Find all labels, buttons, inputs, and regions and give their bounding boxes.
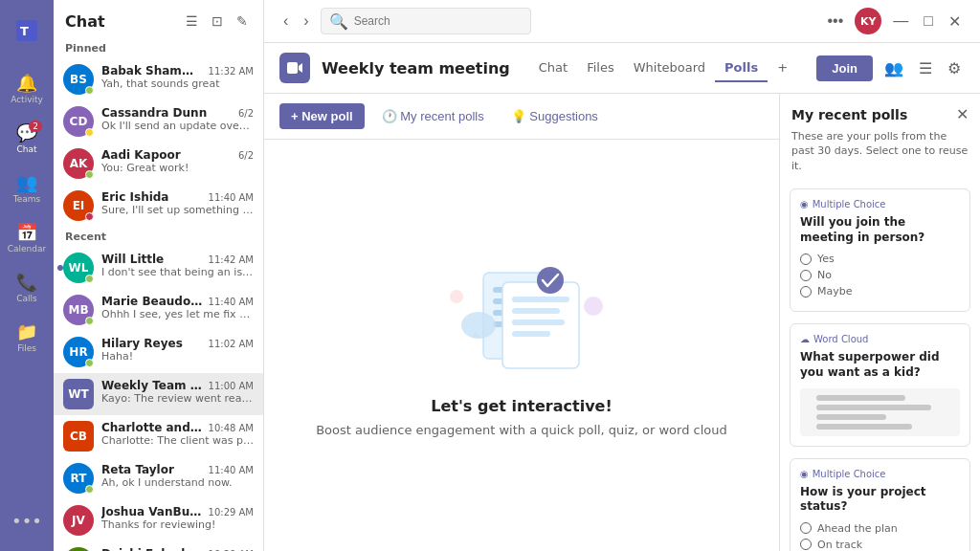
svg-rect-11 — [512, 320, 565, 325]
contact-name: Eric Ishida — [101, 190, 168, 204]
poll-card[interactable]: ◉ Multiple Choice How is your project st… — [790, 458, 970, 551]
chat-preview: Sure, I'll set up something for next wee… — [101, 204, 254, 216]
avatar: RT — [63, 463, 94, 494]
radio-icon: ◉ — [800, 469, 809, 479]
chat-time: 6/2 — [238, 150, 254, 161]
teams-icon: 👥 — [16, 172, 37, 192]
list-item[interactable]: EI Eric Ishida 11:40 AM Sure, I'll set u… — [54, 185, 263, 227]
poll-option: Ahead the plan — [800, 522, 960, 535]
list-item[interactable]: HR Hilary Reyes 11:02 AM Haha! — [54, 331, 263, 373]
minimize-button[interactable]: — — [889, 9, 912, 33]
nav-files[interactable]: 📁 Files — [8, 314, 46, 360]
chat-info: Reta Taylor 11:40 AM Ah, ok I understand… — [101, 463, 254, 489]
polls-empty-subtitle: Boost audience engagement with a quick p… — [316, 423, 727, 437]
restore-button[interactable]: □ — [920, 9, 937, 33]
contact-name: Will Little — [101, 253, 164, 266]
chat-panel: Chat ☰ ⊡ ✎ Pinned BS Babak Shammas 11:32… — [54, 0, 264, 551]
word-cloud-line — [816, 414, 886, 420]
svg-rect-10 — [512, 308, 560, 314]
list-item[interactable]: MB Marie Beaudouin 11:40 AM Ohhh I see, … — [54, 289, 263, 331]
my-recent-polls-button[interactable]: 🕐 My recent polls — [372, 103, 494, 129]
tab-add[interactable]: + — [768, 55, 797, 82]
contact-name: Hilary Reyes — [101, 337, 183, 350]
svg-point-16 — [584, 297, 603, 316]
chat-toggle-button[interactable]: ☰ — [915, 55, 936, 81]
tab-polls[interactable]: Polls — [715, 55, 768, 82]
nav-activity[interactable]: 🔔 Activity — [8, 65, 46, 111]
chat-info: Eric Ishida 11:40 AM Sure, I'll set up s… — [101, 190, 254, 216]
tab-chat[interactable]: Chat — [529, 55, 577, 82]
list-item[interactable]: DF Daichi Fukuda 10:20 AM You: Thank you… — [54, 541, 263, 551]
polls-area: + New poll 🕐 My recent polls 💡 Suggestio… — [264, 94, 980, 551]
contact-name: Daichi Fukuda — [101, 547, 192, 551]
contact-name: Weekly Team Meeting — [101, 379, 205, 392]
avatar: WL — [63, 253, 94, 283]
suggestions-button[interactable]: 💡 Suggestions — [501, 103, 608, 129]
avatar: MB — [63, 295, 94, 325]
polls-toolbar: + New poll 🕐 My recent polls 💡 Suggestio… — [264, 94, 779, 140]
list-item[interactable]: CB Charlotte and Babak 10:48 AM Charlott… — [54, 415, 263, 457]
close-recent-polls-button[interactable]: ✕ — [956, 105, 969, 123]
avatar: EI — [63, 190, 94, 221]
chat-info: Hilary Reyes 11:02 AM Haha! — [101, 337, 254, 363]
poll-card[interactable]: ◉ Multiple Choice Will you join the meet… — [790, 188, 970, 312]
option-label: Yes — [817, 253, 835, 265]
new-poll-button[interactable]: + New poll — [279, 103, 365, 129]
close-button[interactable]: ✕ — [945, 9, 965, 34]
participants-button[interactable]: 👥 — [880, 55, 907, 81]
tab-files[interactable]: Files — [577, 55, 624, 82]
chat-info: Weekly Team Meeting 11:00 AM Kayo: The r… — [101, 379, 254, 405]
nav-calendar[interactable]: 📅 Calendar — [8, 214, 46, 260]
poll-type-label: ◉ Multiple Choice — [800, 199, 960, 209]
more-options-button[interactable]: ••• — [824, 9, 848, 33]
chat-preview: Yah, that sounds great — [101, 77, 254, 90]
more-icon: ••• — [11, 511, 42, 531]
chat-preview: Thanks for reviewing! — [101, 518, 254, 531]
option-label: Ahead the plan — [817, 522, 898, 535]
list-item[interactable]: WT Weekly Team Meeting 11:00 AM Kayo: Th… — [54, 373, 263, 415]
contact-name: Reta Taylor — [101, 463, 174, 476]
settings-button[interactable]: ⚙ — [944, 55, 965, 81]
calls-icon: 📞 — [16, 272, 37, 292]
radio-option-circle — [800, 286, 812, 298]
search-icon: 🔍 — [329, 12, 348, 31]
poll-option: Yes — [800, 253, 960, 265]
user-avatar[interactable]: KY — [855, 8, 881, 34]
forward-button[interactable]: › — [300, 9, 312, 33]
list-item[interactable]: RT Reta Taylor 11:40 AM Ah, ok I underst… — [54, 457, 263, 499]
chat-info: Cassandra Dunn 6/2 Ok I'll send an updat… — [101, 106, 254, 132]
option-label: Maybe — [817, 285, 853, 298]
list-item[interactable]: BS Babak Shammas 11:32 AM Yah, that soun… — [54, 58, 263, 100]
poll-type-label: ◉ Multiple Choice — [800, 469, 960, 479]
chat-preview: Kayo: The review went really well! Can't… — [101, 392, 254, 405]
main-content: ‹ › 🔍 ••• KY — □ ✕ Weekly team meeting C… — [264, 0, 980, 551]
poll-option: Maybe — [800, 285, 960, 298]
filter-button[interactable]: ☰ — [182, 11, 202, 31]
nav-calls[interactable]: 📞 Calls — [8, 264, 46, 310]
chat-preview: Charlotte: The client was pretty happy w… — [101, 434, 254, 447]
chat-info: Daichi Fukuda 10:20 AM You: Thank you!! — [101, 547, 254, 551]
tab-whiteboard[interactable]: Whiteboard — [624, 55, 715, 82]
nav-teams[interactable]: 👥 Teams — [8, 165, 46, 210]
chat-time: 11:42 AM — [209, 254, 254, 265]
video-call-button[interactable]: ⊡ — [208, 11, 227, 31]
nav-more[interactable]: ••• — [8, 497, 46, 543]
chat-list: BS Babak Shammas 11:32 AM Yah, that soun… — [54, 58, 263, 551]
back-button[interactable]: ‹ — [279, 9, 292, 33]
chat-preview: Haha! — [101, 350, 254, 363]
new-chat-button[interactable]: ✎ — [233, 11, 252, 31]
list-item[interactable]: AK Aadi Kapoor 6/2 You: Great work! — [54, 143, 263, 185]
ms-teams-logo[interactable]: T — [8, 8, 46, 54]
nav-sidebar: T 🔔 Activity 2 💬 Chat 👥 Teams 📅 Calendar… — [0, 0, 54, 551]
list-item[interactable]: WL Will Little 11:42 AM I don't see that… — [54, 247, 263, 289]
cloud-icon: ☁ — [800, 334, 810, 344]
join-button[interactable]: Join — [816, 55, 873, 81]
poll-card[interactable]: ☁ Word Cloud What superpower did you wan… — [790, 323, 970, 446]
list-item[interactable]: JV Joshua VanBuren 10:29 AM Thanks for r… — [54, 499, 263, 541]
chat-info: Joshua VanBuren 10:29 AM Thanks for revi… — [101, 505, 254, 531]
search-input[interactable] — [354, 14, 523, 28]
list-item[interactable]: CD Cassandra Dunn 6/2 Ok I'll send an up… — [54, 100, 263, 143]
word-cloud-lines — [816, 395, 945, 430]
polls-illustration — [435, 253, 608, 382]
nav-chat[interactable]: 2 💬 Chat — [8, 115, 46, 161]
